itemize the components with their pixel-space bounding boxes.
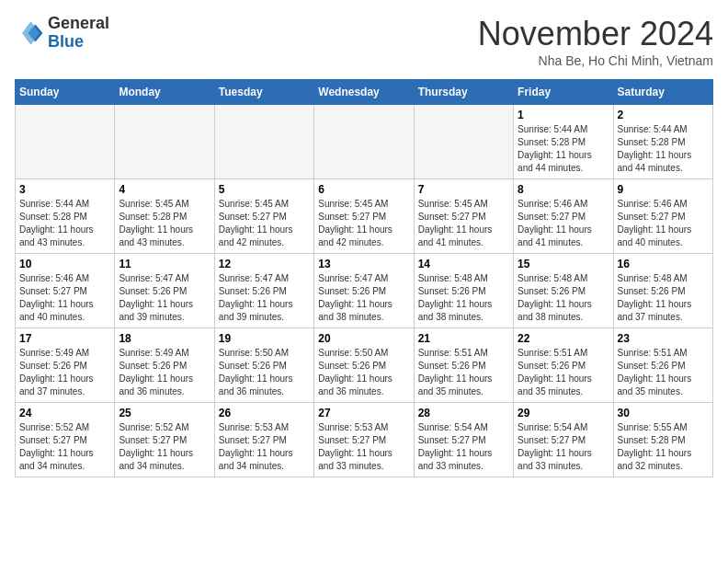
day-info: Sunrise: 5:55 AM Sunset: 5:28 PM Dayligh… (618, 421, 709, 473)
day-number: 10 (19, 258, 110, 270)
day-info: Sunrise: 5:54 AM Sunset: 5:27 PM Dayligh… (418, 421, 509, 473)
day-info: Sunrise: 5:46 AM Sunset: 5:27 PM Dayligh… (518, 198, 609, 249)
calendar-week-row: 1Sunrise: 5:44 AM Sunset: 5:28 PM Daylig… (16, 105, 713, 179)
calendar-week-row: 3Sunrise: 5:44 AM Sunset: 5:28 PM Daylig… (16, 179, 713, 254)
day-number: 12 (219, 258, 310, 270)
day-info: Sunrise: 5:47 AM Sunset: 5:26 PM Dayligh… (219, 272, 310, 324)
header: General Blue November 2024 Nha Be, Ho Ch… (15, 15, 713, 68)
calendar-cell: 7Sunrise: 5:45 AM Sunset: 5:27 PM Daylig… (414, 179, 513, 254)
month-title: November 2024 (478, 15, 713, 53)
day-info: Sunrise: 5:44 AM Sunset: 5:28 PM Dayligh… (19, 198, 110, 249)
day-info: Sunrise: 5:50 AM Sunset: 5:26 PM Dayligh… (318, 347, 409, 398)
calendar-week-row: 17Sunrise: 5:49 AM Sunset: 5:26 PM Dayli… (16, 328, 713, 403)
calendar-cell: 30Sunrise: 5:55 AM Sunset: 5:28 PM Dayli… (613, 403, 712, 477)
calendar-cell: 6Sunrise: 5:45 AM Sunset: 5:27 PM Daylig… (314, 179, 414, 254)
weekday-header: Wednesday (314, 80, 414, 105)
day-number: 21 (418, 332, 509, 345)
calendar-cell: 20Sunrise: 5:50 AM Sunset: 5:26 PM Dayli… (314, 328, 414, 403)
day-info: Sunrise: 5:47 AM Sunset: 5:26 PM Dayligh… (318, 272, 409, 324)
calendar-cell: 1Sunrise: 5:44 AM Sunset: 5:28 PM Daylig… (514, 105, 613, 179)
day-info: Sunrise: 5:54 AM Sunset: 5:27 PM Dayligh… (518, 421, 609, 473)
calendar-cell: 5Sunrise: 5:45 AM Sunset: 5:27 PM Daylig… (214, 179, 313, 254)
day-info: Sunrise: 5:51 AM Sunset: 5:26 PM Dayligh… (618, 347, 709, 398)
day-info: Sunrise: 5:53 AM Sunset: 5:27 PM Dayligh… (219, 421, 310, 473)
day-number: 18 (119, 332, 210, 345)
day-number: 24 (19, 407, 110, 419)
calendar-cell: 29Sunrise: 5:54 AM Sunset: 5:27 PM Dayli… (514, 403, 613, 477)
calendar-cell: 13Sunrise: 5:47 AM Sunset: 5:26 PM Dayli… (314, 254, 414, 328)
calendar: SundayMondayTuesdayWednesdayThursdayFrid… (15, 79, 713, 477)
day-number: 29 (518, 407, 609, 419)
day-number: 8 (518, 183, 609, 196)
day-info: Sunrise: 5:45 AM Sunset: 5:28 PM Dayligh… (119, 198, 210, 249)
calendar-cell: 16Sunrise: 5:48 AM Sunset: 5:26 PM Dayli… (613, 254, 712, 328)
calendar-week-row: 10Sunrise: 5:46 AM Sunset: 5:27 PM Dayli… (16, 254, 713, 328)
day-number: 22 (518, 332, 609, 345)
day-info: Sunrise: 5:44 AM Sunset: 5:28 PM Dayligh… (618, 123, 709, 175)
calendar-cell: 12Sunrise: 5:47 AM Sunset: 5:26 PM Dayli… (214, 254, 313, 328)
calendar-cell: 9Sunrise: 5:46 AM Sunset: 5:27 PM Daylig… (613, 179, 712, 254)
day-number: 25 (119, 407, 210, 419)
day-info: Sunrise: 5:44 AM Sunset: 5:28 PM Dayligh… (518, 123, 609, 175)
calendar-cell: 3Sunrise: 5:44 AM Sunset: 5:28 PM Daylig… (16, 179, 115, 254)
calendar-cell: 14Sunrise: 5:48 AM Sunset: 5:26 PM Dayli… (414, 254, 513, 328)
calendar-cell: 4Sunrise: 5:45 AM Sunset: 5:28 PM Daylig… (115, 179, 214, 254)
day-info: Sunrise: 5:48 AM Sunset: 5:26 PM Dayligh… (418, 272, 509, 324)
calendar-cell: 15Sunrise: 5:48 AM Sunset: 5:26 PM Dayli… (514, 254, 613, 328)
day-number: 15 (518, 258, 609, 270)
weekday-header: Friday (514, 80, 613, 105)
day-info: Sunrise: 5:48 AM Sunset: 5:26 PM Dayligh… (518, 272, 609, 324)
svg-marker-1 (22, 21, 40, 45)
weekday-header: Monday (115, 80, 214, 105)
calendar-cell: 25Sunrise: 5:52 AM Sunset: 5:27 PM Dayli… (115, 403, 214, 477)
day-number: 17 (19, 332, 110, 345)
day-info: Sunrise: 5:45 AM Sunset: 5:27 PM Dayligh… (219, 198, 310, 249)
calendar-cell: 22Sunrise: 5:51 AM Sunset: 5:26 PM Dayli… (514, 328, 613, 403)
day-info: Sunrise: 5:46 AM Sunset: 5:27 PM Dayligh… (618, 198, 709, 249)
day-number: 14 (418, 258, 509, 270)
calendar-cell: 10Sunrise: 5:46 AM Sunset: 5:27 PM Dayli… (16, 254, 115, 328)
day-number: 11 (119, 258, 210, 270)
day-number: 16 (618, 258, 709, 270)
calendar-cell: 19Sunrise: 5:50 AM Sunset: 5:26 PM Dayli… (214, 328, 313, 403)
title-area: November 2024 Nha Be, Ho Chi Minh, Vietn… (478, 15, 713, 68)
calendar-cell: 18Sunrise: 5:49 AM Sunset: 5:26 PM Dayli… (115, 328, 214, 403)
weekday-header: Sunday (16, 80, 115, 105)
calendar-cell (115, 105, 214, 179)
day-info: Sunrise: 5:51 AM Sunset: 5:26 PM Dayligh… (418, 347, 509, 398)
day-info: Sunrise: 5:51 AM Sunset: 5:26 PM Dayligh… (518, 347, 609, 398)
day-info: Sunrise: 5:50 AM Sunset: 5:26 PM Dayligh… (219, 347, 310, 398)
calendar-cell: 11Sunrise: 5:47 AM Sunset: 5:26 PM Dayli… (115, 254, 214, 328)
day-number: 30 (618, 407, 709, 419)
day-number: 1 (518, 109, 609, 121)
day-info: Sunrise: 5:45 AM Sunset: 5:27 PM Dayligh… (418, 198, 509, 249)
calendar-cell: 27Sunrise: 5:53 AM Sunset: 5:27 PM Dayli… (314, 403, 414, 477)
day-number: 27 (318, 407, 409, 419)
calendar-cell (16, 105, 115, 179)
day-number: 19 (219, 332, 310, 345)
day-info: Sunrise: 5:49 AM Sunset: 5:26 PM Dayligh… (119, 347, 210, 398)
calendar-cell: 28Sunrise: 5:54 AM Sunset: 5:27 PM Dayli… (414, 403, 513, 477)
day-info: Sunrise: 5:53 AM Sunset: 5:27 PM Dayligh… (318, 421, 409, 473)
logo: General Blue (15, 15, 109, 52)
day-info: Sunrise: 5:45 AM Sunset: 5:27 PM Dayligh… (318, 198, 409, 249)
calendar-cell: 26Sunrise: 5:53 AM Sunset: 5:27 PM Dayli… (214, 403, 313, 477)
day-number: 28 (418, 407, 509, 419)
weekday-header: Saturday (613, 80, 712, 105)
calendar-week-row: 24Sunrise: 5:52 AM Sunset: 5:27 PM Dayli… (16, 403, 713, 477)
day-info: Sunrise: 5:49 AM Sunset: 5:26 PM Dayligh… (19, 347, 110, 398)
day-info: Sunrise: 5:48 AM Sunset: 5:26 PM Dayligh… (618, 272, 709, 324)
calendar-cell: 17Sunrise: 5:49 AM Sunset: 5:26 PM Dayli… (16, 328, 115, 403)
weekday-header: Tuesday (214, 80, 313, 105)
day-number: 3 (19, 183, 110, 196)
calendar-cell: 2Sunrise: 5:44 AM Sunset: 5:28 PM Daylig… (613, 105, 712, 179)
day-number: 4 (119, 183, 210, 196)
day-info: Sunrise: 5:52 AM Sunset: 5:27 PM Dayligh… (19, 421, 110, 473)
location: Nha Be, Ho Chi Minh, Vietnam (478, 53, 713, 68)
day-number: 23 (618, 332, 709, 345)
logo-icon (15, 18, 44, 48)
weekday-header-row: SundayMondayTuesdayWednesdayThursdayFrid… (16, 80, 713, 105)
calendar-cell: 23Sunrise: 5:51 AM Sunset: 5:26 PM Dayli… (613, 328, 712, 403)
calendar-cell (314, 105, 414, 179)
day-number: 26 (219, 407, 310, 419)
